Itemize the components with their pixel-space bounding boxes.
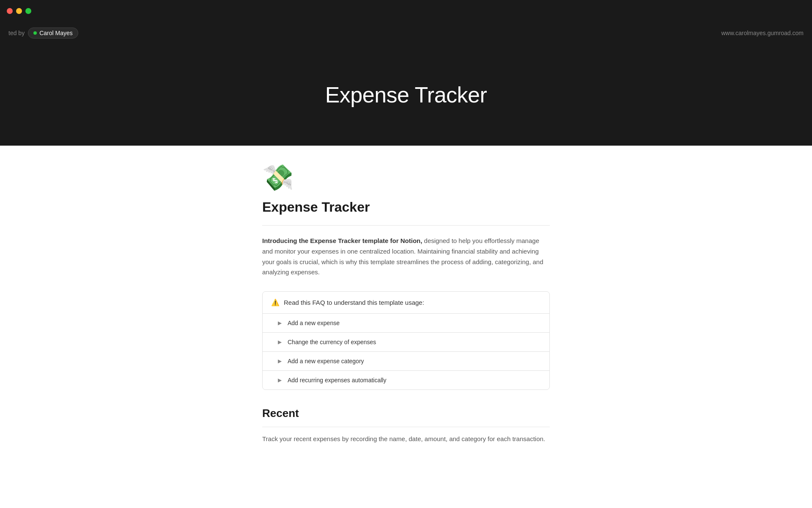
traffic-lights — [7, 8, 31, 14]
hero-banner: Expense Tracker — [0, 44, 812, 146]
heading-divider — [262, 225, 550, 226]
faq-item-1[interactable]: ▶ Add a new expense — [263, 314, 549, 333]
author-name: Carol Mayes — [39, 30, 73, 36]
page-heading: Expense Tracker — [262, 199, 550, 215]
page-icon: 💸 — [262, 163, 550, 193]
faq-box: ⚠️ Read this FAQ to understand this temp… — [262, 291, 550, 390]
faq-arrow-2: ▶ — [278, 339, 282, 345]
description-bold: Introducing the Expense Tracker template… — [262, 237, 422, 244]
maximize-button[interactable] — [25, 8, 31, 14]
faq-item-3[interactable]: ▶ Add a new expense category — [263, 352, 549, 371]
faq-header-text: Read this FAQ to understand this templat… — [284, 299, 424, 306]
page-content: 💸 Expense Tracker Introducing the Expens… — [254, 146, 558, 478]
top-bar-left: ted by Carol Mayes — [8, 28, 78, 39]
faq-item-label-4: Add recurring expenses automatically — [288, 377, 386, 384]
faq-item-2[interactable]: ▶ Change the currency of expenses — [263, 333, 549, 352]
author-status-dot — [33, 31, 37, 35]
prefix-text: ted by — [8, 30, 25, 36]
recent-section-description: Track your recent expenses by recording … — [262, 434, 550, 444]
faq-item-label-2: Change the currency of expenses — [288, 339, 376, 345]
minimize-button[interactable] — [16, 8, 22, 14]
recent-section-divider — [262, 427, 550, 427]
hero-title: Expense Tracker — [325, 82, 487, 108]
page-description: Introducing the Expense Tracker template… — [262, 236, 550, 278]
recent-section-heading: Recent — [262, 407, 550, 420]
author-badge[interactable]: Carol Mayes — [28, 28, 78, 39]
window-chrome — [0, 0, 812, 22]
faq-item-label-3: Add a new expense category — [288, 358, 364, 364]
faq-arrow-4: ▶ — [278, 377, 282, 383]
faq-item-4[interactable]: ▶ Add recurring expenses automatically — [263, 371, 549, 389]
warning-icon: ⚠️ — [271, 298, 280, 306]
website-link[interactable]: www.carolmayes.gumroad.com — [721, 30, 804, 36]
faq-arrow-1: ▶ — [278, 320, 282, 326]
close-button[interactable] — [7, 8, 13, 14]
top-bar: ted by Carol Mayes www.carolmayes.gumroa… — [0, 22, 812, 44]
faq-header: ⚠️ Read this FAQ to understand this temp… — [263, 292, 549, 314]
faq-arrow-3: ▶ — [278, 358, 282, 364]
faq-item-label-1: Add a new expense — [288, 320, 340, 326]
